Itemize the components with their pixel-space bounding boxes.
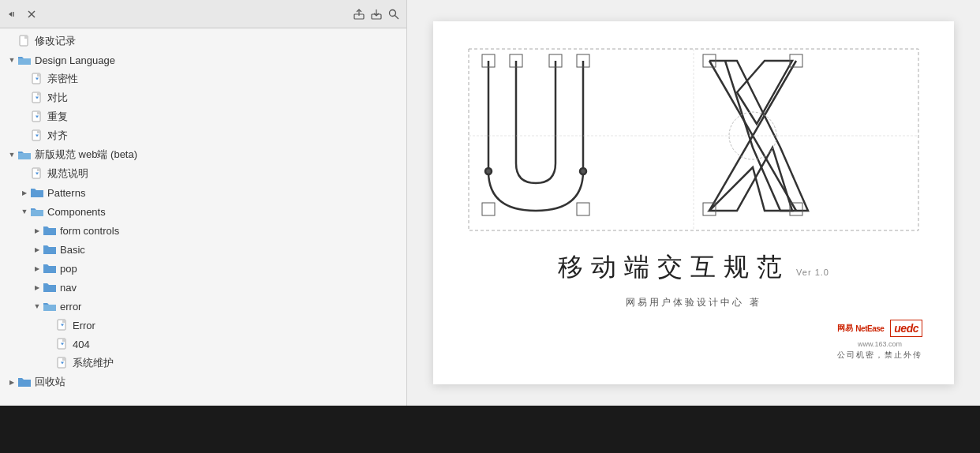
- folder-icon-error: [43, 301, 57, 312]
- folder-icon-patterns: [30, 187, 44, 198]
- tree-item-pop[interactable]: ▶ pop: [0, 259, 406, 278]
- design-language-label: Design Language: [35, 54, 115, 66]
- uedc-text: uedc: [894, 322, 918, 335]
- folder-icon-pop: [43, 263, 57, 274]
- tree-item-error-page[interactable]: Error: [0, 316, 406, 335]
- export-button[interactable]: [353, 8, 365, 21]
- svg-rect-29: [62, 320, 65, 323]
- chevron-basic: ▶: [32, 244, 43, 255]
- close-button[interactable]: [25, 8, 38, 21]
- svg-rect-43: [577, 203, 589, 215]
- contrast-label: 对比: [47, 91, 68, 105]
- svg-line-9: [395, 15, 399, 19]
- import-button[interactable]: [370, 8, 383, 21]
- tree-item-align[interactable]: 对齐: [0, 126, 406, 145]
- spec-desc-label: 规范说明: [47, 167, 88, 181]
- tree-item-design-language[interactable]: ▼ Design Language: [0, 51, 406, 69]
- svg-point-8: [390, 9, 396, 16]
- preview-logos: 网易 NetEase uedc www.163.com 公司机密，禁止外传: [837, 320, 922, 361]
- svg-point-44: [485, 168, 492, 174]
- uedc-logo: uedc: [890, 320, 922, 337]
- tree-item-proximity[interactable]: 亲密性: [0, 69, 406, 88]
- chevron-new-spec: ▼: [6, 149, 17, 160]
- pop-label: pop: [60, 263, 77, 275]
- chevron-components: ▼: [19, 206, 30, 217]
- chevron-pop: ▶: [32, 263, 43, 274]
- page-icon-revision: [17, 36, 32, 47]
- chevron-recycle: ▶: [6, 376, 17, 387]
- chevron-error: ▼: [32, 301, 43, 312]
- svg-rect-26: [37, 168, 40, 171]
- confidential-text: 公司机密，禁止外传: [837, 350, 922, 361]
- preview-title: 移动端交互规范: [558, 250, 790, 285]
- preview-version: Ver 1.0: [796, 268, 829, 277]
- svg-rect-35: [62, 358, 65, 361]
- page-icon-404: [55, 339, 69, 350]
- error-page-label: Error: [73, 320, 95, 331]
- chevron-patterns: ▶: [19, 187, 30, 198]
- tree-item-contrast[interactable]: 对比: [0, 88, 406, 107]
- page-icon-proximity: [30, 73, 44, 84]
- svg-rect-23: [37, 130, 40, 133]
- folder-icon-design-language: [17, 54, 32, 66]
- collapse-button[interactable]: [6, 8, 19, 21]
- svg-rect-1: [13, 12, 14, 17]
- svg-marker-0: [9, 12, 12, 17]
- tree-item-patterns[interactable]: ▶ Patterns: [0, 183, 406, 202]
- 404-label: 404: [73, 339, 90, 350]
- chevron-nav: ▶: [32, 282, 43, 293]
- folder-icon-new-spec: [17, 149, 32, 160]
- sidebar-header: Pages: [0, 0, 406, 28]
- tree-item-revision[interactable]: 修改记录: [0, 32, 406, 51]
- page-icon-align: [30, 130, 44, 141]
- search-button[interactable]: [387, 8, 400, 21]
- svg-rect-42: [482, 203, 495, 215]
- tree-item-404[interactable]: 404: [0, 335, 406, 354]
- maintenance-label: 系统维护: [73, 356, 114, 370]
- tree-item-nav[interactable]: ▶ nav: [0, 278, 406, 297]
- logo-row: 网易 NetEase uedc: [837, 320, 922, 337]
- svg-rect-12: [24, 36, 28, 39]
- page-icon-error: [55, 320, 69, 331]
- page-icon-spec-desc: [30, 168, 44, 179]
- folder-icon-basic: [43, 244, 57, 255]
- tree-item-form-controls[interactable]: ▶ form controls: [0, 221, 406, 240]
- chevron-design-language: ▼: [6, 54, 17, 66]
- tree-item-components[interactable]: ▼ Components: [0, 202, 406, 221]
- tree-item-error[interactable]: ▼ error: [0, 297, 406, 316]
- header-left: [6, 8, 38, 21]
- repeat-label: 重复: [47, 110, 68, 124]
- page-icon-contrast: [30, 92, 44, 103]
- nav-label: nav: [60, 282, 77, 294]
- error-label: error: [60, 301, 81, 313]
- svg-rect-14: [37, 73, 40, 77]
- components-label: Components: [47, 206, 106, 218]
- tree-item-spec-desc[interactable]: 规范说明: [0, 164, 406, 183]
- chevron-form-controls: ▶: [32, 225, 43, 236]
- page-preview: 移动端交互规范 Ver 1.0 网易用户体验设计中心 著 网易 NetEase …: [433, 21, 954, 384]
- folder-icon-recycle: [17, 376, 32, 387]
- tree-item-new-spec[interactable]: ▼ 新版规范 web端 (beta): [0, 145, 406, 164]
- basic-label: Basic: [60, 244, 85, 256]
- tree-item-basic[interactable]: ▶ Basic: [0, 240, 406, 259]
- svg-rect-32: [62, 339, 65, 342]
- align-label: 对齐: [47, 129, 68, 143]
- patterns-label: Patterns: [47, 187, 85, 199]
- recycle-label: 回收站: [35, 375, 65, 389]
- preview-subtitle: 网易用户体验设计中心 著: [626, 296, 761, 309]
- folder-icon-form-controls: [43, 225, 57, 236]
- header-right: [353, 8, 400, 21]
- page-icon-maintenance: [55, 358, 69, 369]
- tree-item-maintenance[interactable]: 系统维护: [0, 354, 406, 373]
- ux-graphic: [465, 45, 922, 234]
- preview-panel: 移动端交互规范 Ver 1.0 网易用户体验设计中心 著 网易 NetEase …: [407, 0, 980, 406]
- svg-rect-20: [37, 111, 40, 114]
- folder-icon-components: [30, 206, 44, 217]
- form-controls-label: form controls: [60, 225, 119, 237]
- svg-point-45: [580, 168, 586, 174]
- folder-icon-nav: [43, 282, 57, 293]
- tree-item-recycle[interactable]: ▶ 回收站: [0, 373, 406, 391]
- new-spec-label: 新版规范 web端 (beta): [35, 148, 137, 162]
- proximity-label: 亲密性: [47, 72, 78, 86]
- tree-item-repeat[interactable]: 重复: [0, 107, 406, 126]
